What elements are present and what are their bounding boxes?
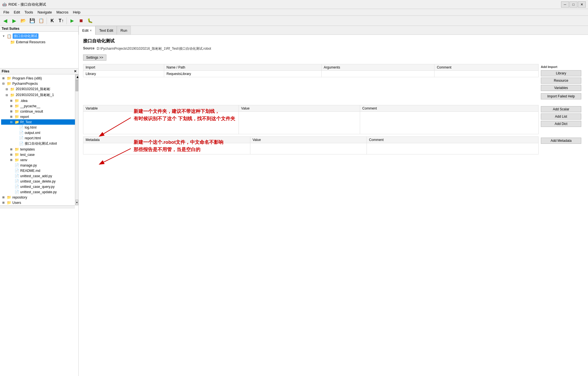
maximize-button[interactable]: □: [569, 1, 577, 8]
scrollbar-arrow-down[interactable]: ▼: [75, 200, 78, 205]
tree-item-templates[interactable]: ⊞ 📁 templates: [1, 147, 77, 152]
toolbar-btn-run[interactable]: ▶: [68, 17, 76, 25]
source-row: Source D:\PycharmProjects\201901020216_陈…: [83, 46, 584, 51]
tree-item-continue[interactable]: ⊞ 📁 continue_result: [1, 109, 77, 114]
tree-item-delete[interactable]: 📄 unittest_case_delete.py: [1, 179, 77, 184]
expand-repo[interactable]: ⊞: [2, 196, 6, 199]
menu-tools[interactable]: Tools: [22, 10, 35, 15]
tree-item-output[interactable]: 📄 output.xml: [1, 130, 77, 135]
variables-button[interactable]: Variables: [541, 85, 581, 91]
import-failed-help-button[interactable]: Import Failed Help: [541, 93, 581, 99]
tree-item-program-files[interactable]: ⊞ 📁 Program Files (x86): [1, 76, 77, 81]
settings-button[interactable]: Settings >>: [83, 54, 106, 61]
tab-text-edit[interactable]: Text Edit: [95, 26, 117, 35]
resource-button[interactable]: Resource: [541, 78, 581, 84]
label-idea: .idea: [20, 99, 28, 103]
test-suites-header: Test Suites: [0, 26, 78, 32]
toolbar-btn-k[interactable]: K: [48, 17, 56, 25]
toolbar-btn-open[interactable]: 📂: [19, 17, 28, 25]
scrollbar-thumb-v[interactable]: [75, 80, 78, 91]
var-cell-2: [239, 112, 360, 134]
expand-cbb1[interactable]: ⊟: [6, 88, 9, 91]
tree-item-readme[interactable]: 📄 README.md: [1, 168, 77, 173]
menu-navigate[interactable]: Navigate: [35, 10, 54, 15]
tree-item-suite-root[interactable]: ▼ 📋 接口自动化测试: [1, 33, 77, 39]
tree-item-users[interactable]: ⊞ 📁 Users: [1, 200, 77, 205]
expand-rft[interactable]: ⊟: [10, 120, 13, 124]
suite-label: 接口自动化测试: [13, 33, 38, 39]
folder-rep: 📁: [15, 115, 19, 119]
file-robot: 📄: [19, 142, 24, 146]
expand-tc[interactable]: ⊞: [10, 153, 13, 156]
add-metadata-button[interactable]: Add Metadata: [541, 138, 581, 144]
expand-cont[interactable]: ⊞: [10, 110, 13, 113]
expand-idea[interactable]: ⊞: [10, 99, 13, 102]
tree-item-rftest[interactable]: ⊟ 📁 Rf_Test: [1, 119, 77, 125]
toolbar-btn-stop[interactable]: ⏹: [77, 17, 85, 25]
menu-bar: File Edit Tools Navigate Macros Help: [0, 9, 588, 16]
toolbar-btn-forward[interactable]: ▶: [10, 17, 19, 25]
expand-tmpl[interactable]: ⊞: [10, 148, 13, 151]
expand-py[interactable]: ⊟: [2, 82, 6, 85]
import-actions: Add Import Library Resource Variables Im…: [539, 64, 584, 101]
tree-item-idea[interactable]: ⊞ 📁 .idea: [1, 98, 77, 103]
tab-run[interactable]: Run: [117, 26, 131, 35]
toolbar-btn-t[interactable]: T↑: [57, 17, 65, 25]
expand-rep[interactable]: ⊞: [10, 115, 13, 118]
tree-item-cbb1[interactable]: ⊟ 📁 201901020216_陈彬彬: [1, 86, 77, 92]
label-rep: report: [20, 115, 29, 119]
files-close-button[interactable]: ✕: [74, 69, 77, 73]
tree-item-query[interactable]: 📄 unittest_case_query.py: [1, 184, 77, 189]
files-scrollbar-v[interactable]: ▲ ▼: [75, 74, 78, 205]
tree-item-testcase[interactable]: ⊞ 📁 test_case: [1, 152, 77, 157]
tree-item-venv[interactable]: ⊞ 📁 venv: [1, 157, 77, 163]
library-button[interactable]: Library: [541, 70, 581, 76]
files-scrollbar-h[interactable]: [0, 205, 75, 209]
tab-edit-close[interactable]: ✕: [90, 29, 92, 32]
tree-item-repository[interactable]: ⊞ 📁 repository: [1, 195, 77, 200]
add-list-button[interactable]: Add List: [541, 113, 581, 120]
tree-item-add[interactable]: 📄 unittest_case_add.py: [1, 173, 77, 179]
variable-row-empty: [83, 112, 539, 134]
toolbar-btn-copy[interactable]: 📋: [37, 17, 45, 25]
toolbar-btn-save[interactable]: 💾: [28, 17, 36, 25]
files-header-label: Files: [2, 69, 9, 73]
label-py: PycharmProjects: [12, 82, 38, 86]
tree-item-report-html[interactable]: 📄 report.html: [1, 135, 77, 141]
toolbar-btn-back[interactable]: ◀: [1, 17, 10, 25]
menu-file[interactable]: File: [1, 10, 12, 15]
toolbar-btn-debug[interactable]: 🐛: [86, 17, 94, 25]
folder-idea: 📁: [15, 99, 19, 103]
variable-table: Variable Value Comment: [83, 105, 539, 134]
expand-venv[interactable]: ⊞: [10, 158, 13, 161]
import-table: Import Name / Path Arguments Comment Lib…: [83, 64, 539, 77]
table-row[interactable]: Library RequestsLibrary: [83, 71, 539, 77]
minimize-button[interactable]: ─: [561, 1, 569, 8]
tree-item-external-resources[interactable]: 📁 External Resources: [1, 39, 77, 45]
tab-edit[interactable]: Edit ✕: [79, 26, 95, 35]
expand-pyc[interactable]: ⊞: [10, 104, 13, 108]
close-button[interactable]: ✕: [578, 1, 586, 8]
menu-macros[interactable]: Macros: [54, 10, 71, 15]
expand-users[interactable]: ⊞: [2, 201, 6, 204]
scrollbar-arrow-up[interactable]: ▲: [75, 74, 78, 80]
tree-item-robot-file[interactable]: 📄 接口自动化测试.robot: [1, 141, 77, 147]
tree-item-manage[interactable]: 📄 manage.py: [1, 163, 77, 168]
tree-item-pycharm[interactable]: ⊟ 📁 PycharmProjects: [1, 81, 77, 86]
toolbar: ◀ ▶ 📂 💾 📋 K T↑ ▶ ⏹ 🐛: [0, 16, 588, 26]
tree-item-report[interactable]: ⊞ 📁 report: [1, 114, 77, 119]
expand-cbb2[interactable]: ⊟: [6, 94, 9, 97]
tree-item-update[interactable]: 📄 unittest_case_update.py: [1, 189, 77, 195]
tree-item-pycache[interactable]: ⊞ 📁 __pycache__: [1, 103, 77, 109]
menu-help[interactable]: Help: [71, 10, 83, 15]
label-add: unittest_case_add.py: [20, 174, 52, 178]
folder-cbb1: 📁: [10, 87, 15, 91]
tree-item-cbb2[interactable]: ⊟ 📁 201901020216_陈彬彬_1: [1, 92, 77, 98]
folder-cbb2: 📁: [10, 93, 15, 97]
add-dict-button[interactable]: Add Dict: [541, 121, 581, 127]
menu-edit[interactable]: Edit: [12, 10, 22, 15]
expand-icon[interactable]: ▼: [2, 35, 6, 38]
tree-item-log[interactable]: 📄 log.html: [1, 125, 77, 130]
add-scalar-button[interactable]: Add Scalar: [541, 106, 581, 112]
expand-pf[interactable]: ⊞: [2, 77, 6, 80]
